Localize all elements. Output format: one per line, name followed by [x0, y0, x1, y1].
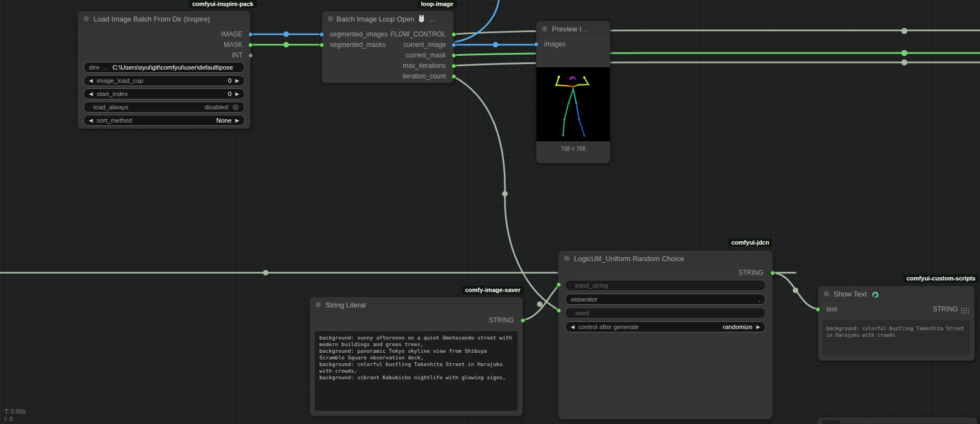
output-slot-image[interactable]	[248, 32, 253, 37]
output-slot-int[interactable]	[248, 53, 253, 58]
widget-label: seed	[575, 310, 589, 316]
output-slot-flow-control[interactable]	[451, 32, 456, 37]
badge-custom-scripts: comfyui-custom-scripts	[903, 274, 979, 283]
toggle-icon[interactable]	[232, 104, 239, 111]
widget-separator[interactable]: separator ,	[565, 294, 766, 305]
badge-comfy-image-saver: comfy-image-saver	[462, 286, 524, 294]
grid-dots-icon[interactable]	[961, 306, 969, 316]
input-slot-seed[interactable]	[556, 308, 561, 313]
openpose-skeleton	[536, 67, 610, 141]
prev-arrow-icon[interactable]: ◀	[89, 118, 93, 123]
node-titlebar[interactable]: Show Text	[818, 286, 974, 301]
node-partial-bottom[interactable]	[816, 417, 978, 424]
widget-label: input_string	[575, 282, 608, 289]
output-label-current-mask: current_mask	[405, 51, 446, 59]
widget-sort-method[interactable]: ◀ sort_method None ▶	[83, 115, 245, 126]
output-label-image: IMAGE	[221, 30, 243, 38]
node-load-image-batch[interactable]: Load Image Batch From Dir (Inspire) IMAG…	[77, 10, 251, 129]
output-label-current-image: current_image	[403, 41, 446, 49]
widget-label: image_load_cap	[97, 77, 143, 84]
node-string-literal[interactable]: String Literal STRING background: sunny …	[309, 296, 523, 416]
widget-value: randomize	[723, 324, 752, 330]
output-slot-string[interactable]	[770, 271, 775, 275]
node-titlebar[interactable]: String Literal	[310, 297, 523, 312]
node-titlebar[interactable]: Load Image Batch From Dir (Inspire)	[78, 11, 250, 26]
node-logicutil-random-choice[interactable]: LogicUtil_Uniform Random Choice STRING i…	[558, 250, 773, 420]
increment-arrow-icon[interactable]: ▶	[235, 91, 239, 97]
widget-label: start_index	[97, 91, 128, 97]
widget-value: disabled	[204, 104, 228, 110]
output-slot-current-image[interactable]	[451, 43, 456, 47]
snake-icon	[871, 290, 879, 298]
input-slot-segmented-images[interactable]	[319, 32, 324, 37]
input-slot-images[interactable]	[534, 42, 539, 47]
input-slot-segmented-masks[interactable]	[319, 43, 324, 47]
node-titlebar[interactable]: Batch Image Loop Open ...	[322, 11, 454, 26]
output-slot-mask[interactable]	[248, 43, 253, 47]
widget-image-load-cap[interactable]: ◀ image_load_cap 0 ▶	[83, 75, 245, 86]
collapse-dot-icon[interactable]	[564, 256, 570, 261]
decrement-arrow-icon[interactable]: ◀	[89, 78, 93, 83]
divider	[934, 418, 935, 424]
rabbit-icon	[418, 15, 425, 23]
node-preview-image[interactable]: Preview I... images	[536, 20, 610, 163]
widget-value: 0	[228, 91, 231, 97]
output-slot-iteration-count[interactable]	[451, 74, 456, 79]
widget-directory[interactable]: dire ... C:\Users\syui\git\comfyui\user\…	[83, 62, 245, 73]
decrement-arrow-icon[interactable]: ◀	[89, 91, 93, 97]
input-label-segmented-masks: segmented_masks	[330, 41, 386, 49]
node-title: Load Image Batch From Dir (Inspire)	[93, 15, 210, 23]
widget-label: sort_method	[97, 117, 132, 124]
node-title: Show Text	[834, 290, 867, 298]
collapse-dot-icon[interactable]	[542, 26, 547, 31]
badge-inspire-pack: comfyui-inspire-pack	[189, 0, 257, 8]
input-slot-input-string[interactable]	[556, 282, 561, 287]
output-label-mask: MASK	[224, 41, 243, 49]
output-label-string: STRING	[933, 305, 958, 313]
output-slot-string[interactable]	[520, 318, 525, 323]
output-label-string: STRING	[739, 269, 763, 277]
input-slot-text[interactable]	[815, 307, 820, 312]
preview-pose-image	[536, 67, 610, 141]
collapse-dot-icon[interactable]	[328, 16, 333, 22]
node-title: String Literal	[325, 301, 366, 309]
widget-pill-partial	[822, 420, 840, 424]
output-slot-current-mask[interactable]	[451, 53, 456, 58]
node-batch-image-loop[interactable]: Batch Image Loop Open ... segmented_imag…	[322, 10, 454, 83]
string-literal-textarea[interactable]: background: sunny afternoon on a quiet O…	[315, 331, 518, 411]
input-label-text: text	[826, 305, 837, 313]
wire-max-iterations	[453, 62, 980, 66]
input-label-images: images	[544, 40, 566, 48]
graph-canvas[interactable]: comfyui-inspire-pack Load Image Batch Fr…	[0, 0, 980, 424]
prev-arrow-icon[interactable]: ◀	[571, 324, 575, 330]
output-slot-max-iterations[interactable]	[451, 63, 456, 68]
wire-current-mask	[453, 53, 980, 55]
collapse-dot-icon[interactable]	[83, 16, 89, 22]
wire-current-image-up	[455, 0, 499, 42]
node-titlebar[interactable]: Preview I...	[536, 21, 610, 36]
next-arrow-icon[interactable]: ▶	[235, 118, 239, 123]
input-label-segmented-images: segmented_images	[330, 30, 388, 38]
widget-start-index[interactable]: ◀ start_index 0 ▶	[83, 88, 245, 99]
node-show-text[interactable]: Show Text text STRING background: colorf…	[818, 285, 975, 361]
node-title: LogicUtil_Uniform Random Choice	[574, 255, 684, 263]
node-titlebar[interactable]: LogicUtil_Uniform Random Choice	[559, 251, 772, 266]
widget-control-after-generate[interactable]: ◀ control after generate randomize ▶	[565, 321, 766, 332]
widget-ellipsis: ...	[103, 64, 109, 71]
status-time: T: 0.00s	[4, 407, 26, 415]
output-label-max-iterations: max_iterations	[403, 62, 446, 70]
next-arrow-icon[interactable]: ▶	[756, 324, 760, 330]
node-title-overflow: ...	[429, 15, 435, 23]
node-title: Batch Image Loop Open	[336, 15, 414, 23]
widget-value: 0	[228, 77, 231, 84]
widget-load-always[interactable]: load_always disabled	[83, 102, 245, 113]
badge-comfyui-jdcn: comfyui-jdcn	[728, 239, 772, 247]
output-label-int: INT	[232, 51, 243, 59]
widget-seed[interactable]: seed	[565, 308, 766, 319]
widget-label: load_always	[93, 104, 128, 110]
collapse-dot-icon[interactable]	[315, 302, 321, 308]
collapse-dot-icon[interactable]	[824, 291, 829, 296]
widget-input-string[interactable]: input_string	[565, 280, 766, 291]
increment-arrow-icon[interactable]: ▶	[235, 78, 239, 83]
output-label-iteration-count: iteration_count	[402, 72, 446, 80]
